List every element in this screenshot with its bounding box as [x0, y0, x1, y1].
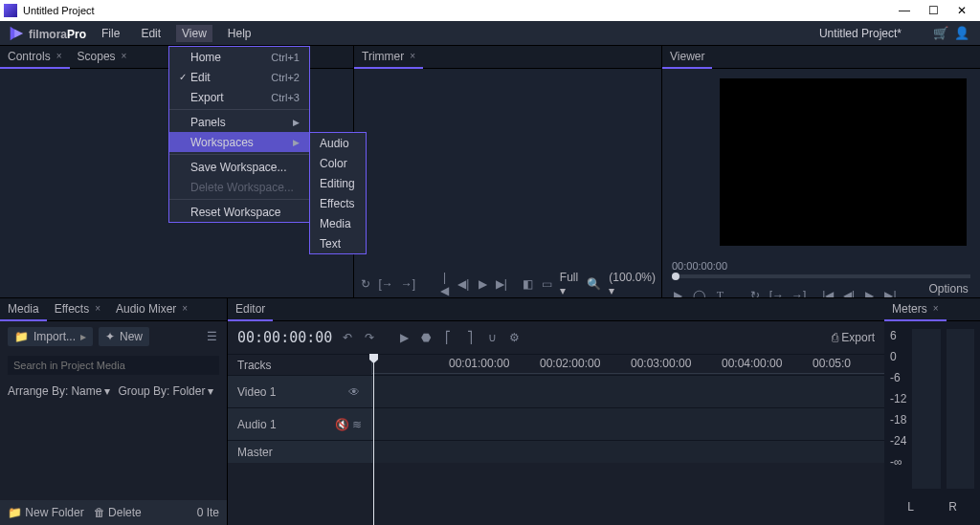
gear-icon[interactable]: ⚙ [506, 331, 522, 344]
app-logo-icon [8, 25, 25, 42]
tab-audio-mixer[interactable]: Audio Mixer× [108, 298, 195, 321]
snap-in-icon[interactable]: ⎡ [440, 331, 456, 344]
brand-name: filmora [29, 28, 67, 41]
list-view-icon[interactable]: ☰ [204, 330, 219, 343]
tab-scopes[interactable]: Scopes× [70, 46, 135, 69]
ruler-mark: 00:02:00:00 [540, 357, 600, 370]
eye-icon[interactable]: 👁 [346, 385, 362, 399]
brand-suffix: Pro [67, 28, 86, 41]
zoom-value[interactable]: (100.0%) ▾ [609, 271, 656, 297]
editor-panel: Editor 00:00:00:00 ↶ ↷ ▶ ⬣ ⎡ ⎤ ∪ ⚙ ⎙ Exp… [228, 298, 884, 525]
export-button[interactable]: ⎙ Export [832, 331, 875, 344]
menubar: filmoraPro File Edit View Help Untitled … [0, 21, 980, 46]
menu-help[interactable]: Help [222, 25, 257, 42]
dd-workspaces[interactable]: Workspaces▶ [169, 132, 309, 152]
tab-trimmer[interactable]: Trimmer× [354, 46, 423, 69]
meter-l-label: L [907, 500, 914, 514]
in-point-icon[interactable]: [→ [378, 277, 392, 291]
ruler-mark: 00:04:00:00 [722, 357, 782, 370]
new-button[interactable]: ✦New [99, 327, 149, 346]
track-video1[interactable]: Video 1👁 [228, 376, 371, 407]
item-count: 0 Ite [197, 506, 219, 519]
trash-icon: 🗑 [94, 506, 105, 519]
dd-reset-workspace[interactable]: Reset Workspace [169, 202, 309, 222]
close-icon[interactable]: × [56, 51, 62, 61]
dd-home[interactable]: HomeCtrl+1 [169, 47, 309, 67]
timeline[interactable]: Tracks 00:01:00:00 00:02:00:00 00:03:00:… [228, 354, 884, 525]
ruler-mark: 00:03:00:00 [631, 357, 691, 370]
workspaces-submenu: Audio Color Editing Effects Media Text [309, 132, 367, 254]
ws-effects[interactable]: Effects [310, 193, 366, 213]
monitor-icon[interactable]: ▭ [541, 277, 551, 291]
window-minimize-button[interactable]: — [890, 4, 919, 17]
dd-export[interactable]: ExportCtrl+3 [169, 87, 309, 107]
out-point-icon[interactable]: →] [401, 277, 415, 291]
viewer-scrubber[interactable] [672, 274, 970, 278]
new-folder-button[interactable]: 📁 New Folder [8, 506, 84, 519]
window-title: Untitled Project [23, 5, 890, 16]
step-back-icon[interactable]: ◀| [457, 277, 469, 291]
tab-controls[interactable]: Controls× [0, 46, 70, 69]
ws-media[interactable]: Media [310, 213, 366, 233]
plus-icon: ✦ [105, 330, 115, 343]
close-icon[interactable]: × [122, 51, 127, 61]
next-frame-icon[interactable]: ▶| [496, 277, 507, 291]
mute-icon[interactable]: 🔇 [335, 418, 349, 431]
track-master[interactable]: Master [228, 441, 371, 463]
project-title: Untitled Project* [819, 27, 902, 40]
window-maximize-button[interactable]: ☐ [919, 4, 947, 17]
window-close-button[interactable]: ✕ [947, 4, 976, 17]
import-button[interactable]: 📁Import...▸ [8, 327, 93, 346]
ws-color[interactable]: Color [310, 153, 366, 173]
tab-meters[interactable]: Meters× [884, 298, 947, 321]
dd-delete-workspace: Delete Workspace... [169, 177, 309, 197]
bottom-row: Media Effects× Audio Mixer× 📁Import...▸ … [0, 297, 980, 525]
viewer-display[interactable] [720, 78, 967, 246]
group-by-select[interactable]: Group By: Folder ▾ [118, 384, 213, 398]
redo-icon[interactable]: ↷ [362, 331, 377, 344]
wave-icon[interactable]: ≋ [352, 418, 362, 431]
playhead[interactable] [373, 354, 374, 525]
ws-editing[interactable]: Editing [310, 173, 366, 193]
close-icon[interactable]: × [933, 303, 939, 314]
folder-icon: 📁 [8, 506, 22, 519]
track-audio1[interactable]: Audio 1🔇 ≋ [228, 408, 371, 440]
editor-timecode[interactable]: 00:00:00:00 [237, 329, 332, 346]
menu-file[interactable]: File [96, 25, 125, 42]
tab-editor[interactable]: Editor [228, 298, 273, 321]
play-icon[interactable]: ▶ [396, 331, 412, 344]
zoom-icon[interactable]: 🔍 [587, 277, 601, 291]
close-icon[interactable]: × [410, 51, 415, 61]
prev-frame-icon[interactable]: |◀ [439, 271, 450, 297]
tab-media[interactable]: Media [0, 298, 47, 321]
magnet-icon[interactable]: ∪ [484, 331, 500, 344]
meters-panel: Meters× 60-6 -12-18-24 -∞ LR [884, 298, 980, 525]
tab-viewer[interactable]: Viewer [662, 46, 712, 69]
close-icon[interactable]: × [182, 303, 188, 314]
delete-button[interactable]: 🗑 Delete [94, 506, 142, 519]
viewer-panel: Viewer 00:00:00:00 ▶ ◯ T ↻ [→ →] [662, 46, 980, 297]
user-icon[interactable]: 👤 [951, 26, 972, 40]
undo-icon[interactable]: ↶ [340, 331, 355, 344]
ruler-mark: 00:01:00:00 [449, 357, 509, 370]
dd-edit[interactable]: ✓EditCtrl+2 [169, 67, 309, 87]
cart-icon[interactable]: 🛒 [930, 26, 951, 40]
dd-panels[interactable]: Panels▶ [169, 112, 309, 132]
media-panel: Media Effects× Audio Mixer× 📁Import...▸ … [0, 298, 228, 525]
menu-view[interactable]: View [176, 25, 212, 42]
quality-icon[interactable]: ◧ [523, 277, 533, 291]
tab-effects[interactable]: Effects× [47, 298, 108, 321]
tag-icon[interactable]: ⬣ [418, 331, 434, 344]
ws-text[interactable]: Text [310, 233, 366, 253]
dd-save-workspace[interactable]: Save Workspace... [169, 157, 309, 177]
snap-out-icon[interactable]: ⎤ [462, 331, 478, 344]
view-mode[interactable]: Full ▾ [560, 271, 580, 297]
play-icon[interactable]: ▶ [477, 277, 487, 291]
close-icon[interactable]: × [95, 303, 100, 314]
loop-icon[interactable]: ↻ [360, 277, 370, 291]
ruler-mark: 00:05:0 [813, 357, 851, 370]
menu-edit[interactable]: Edit [135, 25, 167, 42]
arrange-by-select[interactable]: Arrange By: Name ▾ [8, 384, 110, 398]
ws-audio[interactable]: Audio [310, 133, 366, 153]
search-input[interactable] [8, 356, 219, 375]
